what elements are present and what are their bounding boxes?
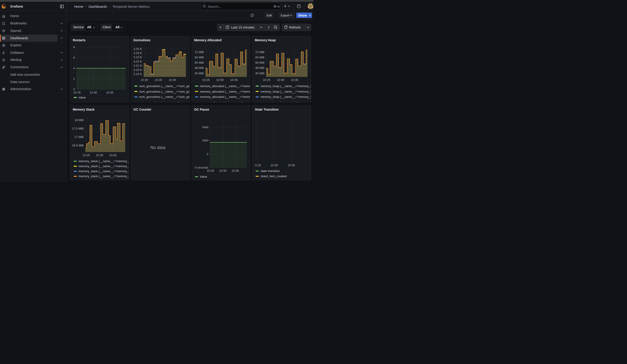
svg-text:10:35: 10:35 [231,169,239,172]
svg-text:6: 6 [73,56,75,59]
svg-text:40 MiB: 40 MiB [195,72,204,75]
svg-text:48 MiB: 48 MiB [195,66,204,70]
svg-text:3.20 K: 3.20 K [133,68,142,72]
svg-text:64 MiB: 64 MiB [195,56,204,59]
svg-text:4: 4 [73,67,75,70]
svg-text:10:30: 10:30 [271,163,278,167]
svg-text:10:25: 10:25 [73,91,80,94]
svg-text:2: 2 [73,77,75,81]
svg-text:56 MiB: 56 MiB [195,61,204,64]
svg-text:10:30: 10:30 [96,153,103,157]
svg-text:10:35: 10:35 [106,91,113,94]
svg-text:3.24 K: 3.24 K [133,51,142,55]
svg-text:0: 0 [207,152,209,156]
svg-text:17.5 MiB: 17.5 MiB [72,127,84,130]
svg-text:3.23 K: 3.23 K [133,56,142,59]
svg-text:10:30: 10:30 [216,78,224,82]
svg-text:3.21 K: 3.21 K [133,64,142,67]
svg-text:10:35: 10:35 [288,163,295,167]
svg-text:0: 0 [73,88,75,91]
svg-text:10:25: 10:25 [141,78,148,82]
svg-text:3.25 K: 3.25 K [133,47,142,51]
svg-text:0 seconds: 0 seconds [195,166,209,169]
svg-text:72 MiB: 72 MiB [255,51,264,54]
svg-text:64 MiB: 64 MiB [255,56,264,59]
svg-text:10:25: 10:25 [263,78,270,82]
svg-text:10:35: 10:35 [109,153,116,157]
svg-text:10:35: 10:35 [169,78,176,82]
svg-text:3.22 K: 3.22 K [133,60,142,63]
svg-text:40 MiB: 40 MiB [255,72,264,75]
svg-text:10:25: 10:25 [202,78,210,82]
svg-text:56 MiB: 56 MiB [255,61,264,64]
svg-text:16.5 MiB: 16.5 MiB [72,144,84,147]
svg-text:NaN: NaN [203,125,209,129]
svg-text:10:35: 10:35 [291,78,299,82]
svg-text:10:25: 10:25 [254,163,261,167]
svg-text:8: 8 [73,45,75,49]
svg-text:48 MiB: 48 MiB [255,66,264,70]
svg-text:72 MiB: 72 MiB [195,51,204,54]
svg-text:18 MiB: 18 MiB [75,118,84,122]
svg-text:10:30: 10:30 [90,91,97,94]
svg-text:10:25: 10:25 [83,153,90,157]
svg-text:10:30: 10:30 [219,169,227,172]
svg-text:10:35: 10:35 [230,78,238,82]
svg-text:10:30: 10:30 [155,78,162,82]
svg-text:17 MiB: 17 MiB [75,135,84,139]
svg-text:NaN: NaN [203,139,209,142]
svg-text:3.19 K: 3.19 K [133,72,142,76]
svg-text:10:30: 10:30 [277,78,285,82]
svg-text:10:25: 10:25 [207,169,214,172]
